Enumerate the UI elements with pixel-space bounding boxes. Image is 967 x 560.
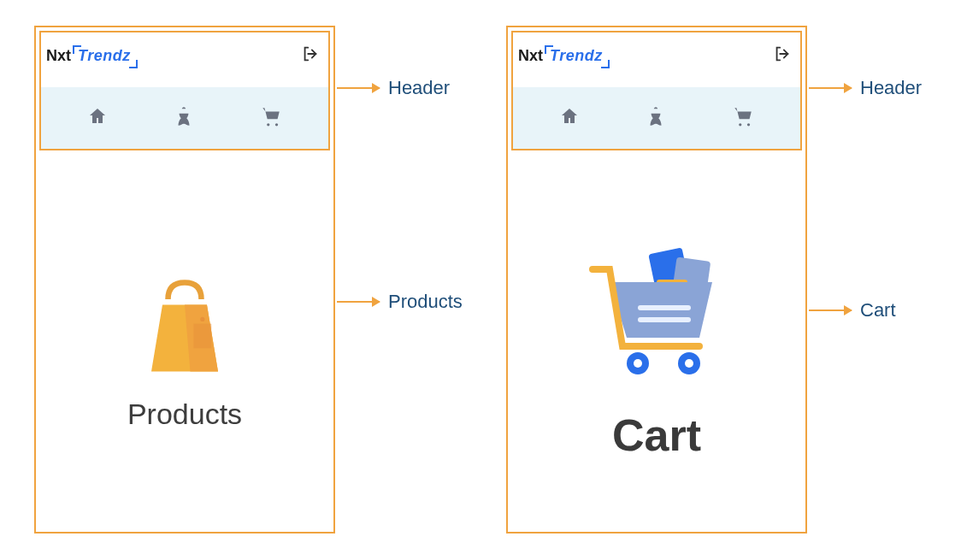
- nav-bar: [513, 87, 800, 149]
- shopping-bag-icon: [129, 266, 240, 380]
- phone-frame-cart: Nxt Trendz: [506, 26, 807, 533]
- logo-text-trendz: Trendz: [78, 47, 131, 64]
- topbar: Nxt Trendz: [513, 32, 800, 79]
- phone-frame-products: Nxt Trendz: [34, 26, 335, 533]
- annotation-label: Header: [388, 77, 450, 99]
- svg-rect-2: [193, 323, 211, 348]
- home-icon[interactable]: [87, 106, 108, 130]
- products-screen-column: Nxt Trendz: [34, 26, 335, 533]
- cart-screen-column: Nxt Trendz: [506, 26, 807, 533]
- annotation-header: Header: [807, 77, 922, 99]
- products-title: Products: [127, 398, 242, 431]
- logo-text-trendz: Trendz: [550, 47, 603, 64]
- cart-content: Cart: [508, 164, 805, 532]
- header-region: Nxt Trendz: [39, 31, 330, 150]
- annotation-cart: Cart: [807, 299, 896, 321]
- logo-text-nxt: Nxt: [46, 47, 71, 65]
- arrow-icon: [809, 87, 852, 89]
- annotation-label: Products: [388, 291, 463, 313]
- products-content: Products: [36, 164, 333, 532]
- app-logo[interactable]: Nxt Trendz: [518, 47, 606, 65]
- svg-point-3: [200, 316, 204, 321]
- topbar: Nxt Trendz: [41, 32, 328, 79]
- nav-bar: [41, 87, 328, 149]
- logo-text-trendz-wrap: Trendz: [546, 47, 606, 65]
- logout-icon[interactable]: [301, 44, 320, 67]
- svg-point-12: [634, 359, 642, 368]
- svg-point-1: [275, 123, 278, 126]
- logout-icon[interactable]: [773, 44, 792, 67]
- shopping-cart-illustration-icon: [571, 235, 742, 392]
- svg-point-14: [685, 359, 693, 368]
- svg-rect-10: [638, 317, 691, 322]
- annotation-label: Cart: [860, 299, 896, 321]
- annotation-header: Header: [335, 77, 450, 99]
- cart-icon[interactable]: [260, 105, 282, 131]
- products-icon[interactable]: [173, 105, 195, 131]
- app-logo[interactable]: Nxt Trendz: [46, 47, 134, 65]
- arrow-icon: [337, 87, 380, 89]
- annotation-products: Products: [335, 291, 463, 313]
- cart-title: Cart: [612, 410, 701, 461]
- products-icon[interactable]: [645, 105, 667, 131]
- home-icon[interactable]: [559, 106, 580, 130]
- svg-rect-9: [638, 305, 691, 310]
- cart-icon[interactable]: [732, 105, 754, 131]
- annotation-label: Header: [860, 77, 922, 99]
- svg-point-0: [267, 123, 269, 126]
- logo-text-nxt: Nxt: [518, 47, 543, 65]
- header-region: Nxt Trendz: [511, 31, 802, 150]
- logo-text-trendz-wrap: Trendz: [74, 47, 134, 65]
- arrow-icon: [809, 309, 852, 311]
- svg-point-5: [747, 123, 750, 126]
- svg-point-4: [739, 123, 741, 126]
- arrow-icon: [337, 301, 380, 303]
